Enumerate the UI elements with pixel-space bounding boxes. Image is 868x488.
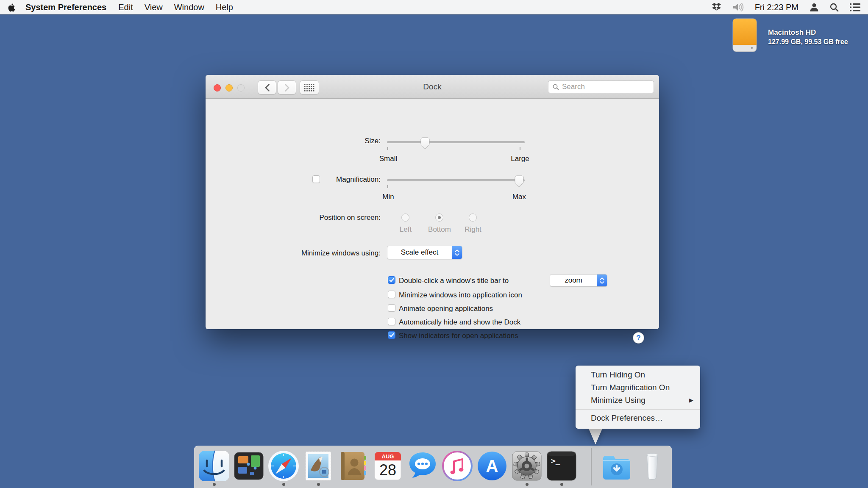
- terminal-glyph: >_: [551, 456, 560, 465]
- running-indicator-mail: [317, 483, 320, 486]
- dock-context-menu: Turn Hiding On Turn Magnification On Min…: [576, 366, 700, 429]
- popup-stepper-icon: [597, 274, 607, 286]
- help-button[interactable]: ?: [633, 332, 644, 344]
- position-label: Position on screen:: [273, 214, 381, 222]
- position-radio-left[interactable]: [401, 214, 409, 222]
- hard-drive-icon[interactable]: [730, 18, 760, 54]
- size-slider-thumb[interactable]: [420, 137, 430, 150]
- auto-hide-label: Automatically hide and show the Dock: [399, 318, 520, 327]
- spotlight-search-icon[interactable]: [830, 3, 839, 12]
- window-content: Size: Small Large Magnification:: [206, 99, 659, 329]
- menu-app-name[interactable]: System Preferences: [25, 3, 106, 12]
- running-indicator-system-preferences: [526, 483, 529, 486]
- dock-icon-itunes[interactable]: [441, 450, 473, 482]
- magnification-slider-thumb[interactable]: [515, 175, 524, 188]
- running-indicator-finder: [213, 483, 216, 486]
- desktop-volume[interactable]: Macintosh HD 127.99 GB, 99.53 GB free: [730, 18, 848, 54]
- context-menu-tail: [588, 428, 603, 444]
- calendar-day-text: 28: [379, 461, 396, 479]
- app-store-glyph: A: [486, 457, 498, 475]
- magnification-slider-track[interactable]: [387, 179, 525, 181]
- double-click-action-value: zoom: [550, 274, 597, 286]
- dock-icon-contacts[interactable]: [337, 450, 369, 482]
- user-icon[interactable]: [810, 3, 819, 12]
- double-click-checkbox[interactable]: [388, 276, 395, 284]
- dock-icon-mission-control[interactable]: [233, 450, 265, 482]
- desktop: System Preferences Edit View Window Help: [0, 0, 868, 488]
- search-icon: [553, 84, 559, 90]
- back-button[interactable]: [258, 80, 276, 94]
- menu-view[interactable]: View: [145, 3, 163, 12]
- dock-icon-trash[interactable]: [636, 450, 668, 482]
- minimize-into-icon-label: Minimize windows into application icon: [399, 291, 522, 299]
- volume-name: Macintosh HD: [768, 28, 848, 37]
- notification-center-icon[interactable]: [850, 3, 860, 11]
- magnification-label: Magnification:: [273, 175, 381, 184]
- menu-edit[interactable]: Edit: [118, 3, 133, 12]
- position-option-bottom: Bottom: [423, 225, 456, 234]
- menu-item-minimize-using[interactable]: Minimize Using ▶: [576, 394, 700, 407]
- position-radio-right[interactable]: [469, 214, 477, 222]
- animate-opening-checkbox[interactable]: [388, 304, 395, 312]
- dock-icon-safari[interactable]: [267, 450, 300, 482]
- position-option-right: Right: [456, 225, 490, 234]
- menu-bar: System Preferences Edit View Window Help: [0, 0, 868, 14]
- volume-capacity: 127.99 GB, 99.53 GB free: [768, 37, 848, 47]
- size-min-label: Small: [373, 155, 403, 163]
- dropbox-icon[interactable]: [712, 3, 721, 12]
- position-option-left: Left: [389, 225, 423, 234]
- apple-menu-icon[interactable]: [8, 2, 16, 12]
- forward-button: [278, 80, 296, 94]
- minimize-into-icon-checkbox[interactable]: [388, 291, 395, 298]
- magnification-max-label: Max: [504, 193, 534, 201]
- submenu-arrow-icon: ▶: [689, 394, 693, 407]
- position-radio-bottom[interactable]: [435, 214, 443, 222]
- magnification-min-label: Min: [373, 193, 403, 201]
- search-input[interactable]: Search: [548, 80, 654, 93]
- menu-window[interactable]: Window: [174, 3, 204, 12]
- animate-opening-label: Animate opening applications: [399, 305, 493, 313]
- dock-icon-mail[interactable]: [302, 450, 334, 482]
- show-indicators-label: Show indicators for open applications: [399, 332, 518, 340]
- volume-icon[interactable]: [732, 3, 744, 11]
- popup-stepper-icon: [452, 246, 462, 259]
- menu-item-turn-magnification-on[interactable]: Turn Magnification On: [576, 381, 700, 394]
- size-max-label: Large: [505, 155, 535, 163]
- dock-icon-system-preferences[interactable]: [511, 450, 543, 482]
- menu-item-turn-hiding-on[interactable]: Turn Hiding On: [576, 369, 700, 381]
- show-all-grid-icon[interactable]: [300, 80, 319, 94]
- dock-icon-downloads[interactable]: [601, 452, 633, 485]
- menu-clock[interactable]: Fri 2:23 PM: [755, 3, 798, 12]
- dock-icon-app-store[interactable]: A: [476, 450, 508, 482]
- dock-icon-messages[interactable]: [406, 450, 439, 482]
- show-indicators-checkbox[interactable]: [388, 331, 395, 339]
- dock-preferences-window: Dock: [206, 75, 659, 329]
- size-tick-max: [520, 147, 520, 150]
- running-indicator-terminal: [560, 483, 563, 486]
- size-tick-min: [387, 147, 388, 150]
- search-placeholder: Search: [562, 83, 585, 91]
- menu-item-dock-preferences[interactable]: Dock Preferences…: [576, 412, 700, 424]
- minimize-effect-value: Scale effect: [387, 246, 452, 259]
- dock-separator: [591, 448, 592, 485]
- dock: AUG 28: [194, 446, 672, 488]
- running-indicator-safari: [282, 483, 285, 486]
- minimize-using-label: Minimize windows using:: [273, 249, 381, 258]
- dock-icon-calendar[interactable]: AUG 28: [372, 450, 404, 482]
- minimize-effect-popup[interactable]: Scale effect: [387, 246, 462, 259]
- menu-help[interactable]: Help: [216, 3, 233, 12]
- close-button[interactable]: [214, 84, 221, 92]
- title-bar[interactable]: Dock: [206, 75, 659, 99]
- double-click-label: Double-click a window's title bar to: [399, 277, 509, 285]
- minimize-button[interactable]: [225, 84, 233, 92]
- menu-separator: [576, 409, 700, 410]
- zoom-button: [237, 84, 245, 92]
- size-slider-track[interactable]: [387, 141, 525, 143]
- dock-icon-finder[interactable]: [198, 450, 230, 482]
- auto-hide-checkbox[interactable]: [388, 318, 395, 325]
- double-click-action-popup[interactable]: zoom: [550, 274, 607, 287]
- calendar-month-text: AUG: [382, 453, 394, 460]
- dock-icon-terminal[interactable]: >_: [545, 450, 578, 482]
- size-label: Size:: [273, 137, 381, 145]
- magnification-tick-min: [387, 185, 388, 188]
